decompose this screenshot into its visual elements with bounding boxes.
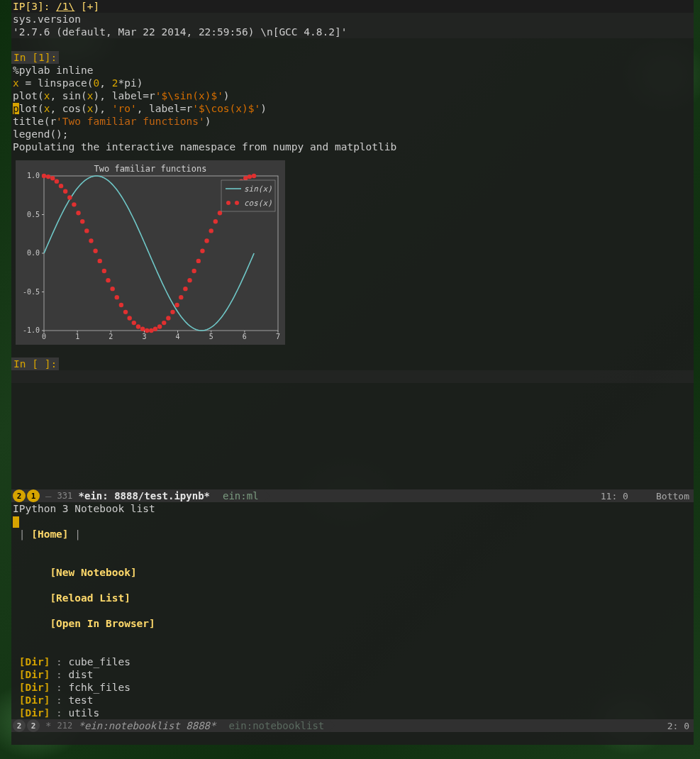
dir-name[interactable]: utils xyxy=(69,707,100,719)
buffer-name[interactable]: *ein:notebooklist 8888* xyxy=(79,720,216,731)
svg-point-40 xyxy=(102,269,106,273)
code-line[interactable]: plot(x, sin(x), label=r'$\sin(x)$') xyxy=(13,89,692,102)
code-line[interactable]: title(r'Two familiar functions') xyxy=(13,115,692,128)
svg-point-75 xyxy=(252,174,256,178)
svg-text:3: 3 xyxy=(142,333,146,340)
svg-point-63 xyxy=(200,249,204,253)
svg-text:-0.5: -0.5 xyxy=(23,288,40,296)
svg-text:6: 6 xyxy=(243,333,247,340)
window-badge: 1 xyxy=(27,489,40,502)
notebooklist-pane[interactable]: IPython 3 Notebook list | [Home] | [New … xyxy=(11,502,694,719)
svg-point-80 xyxy=(235,201,239,205)
dir-button[interactable]: [Dir] xyxy=(19,656,50,667)
svg-point-56 xyxy=(170,310,174,314)
svg-point-32 xyxy=(67,195,72,199)
tab-active[interactable]: /1\ xyxy=(56,1,74,12)
svg-point-60 xyxy=(187,278,191,282)
svg-point-36 xyxy=(84,228,89,233)
svg-point-58 xyxy=(179,295,183,299)
cursor-position: 11: 0 xyxy=(601,491,628,502)
output-line: sys.version xyxy=(13,13,692,26)
tab-add-button[interactable]: [+] xyxy=(81,1,99,12)
home-link[interactable]: [Home] xyxy=(31,528,68,540)
major-mode: ein:ml xyxy=(223,490,259,502)
svg-point-64 xyxy=(204,238,209,243)
cursor xyxy=(13,516,19,528)
svg-text:5: 5 xyxy=(209,333,213,340)
svg-text:0.0: 0.0 xyxy=(27,249,40,257)
ml-star: * xyxy=(45,720,51,731)
svg-point-34 xyxy=(76,211,80,215)
chevron-icon xyxy=(328,719,335,732)
svg-point-74 xyxy=(248,174,252,179)
svg-point-33 xyxy=(72,202,76,206)
svg-point-57 xyxy=(174,303,179,307)
svg-point-37 xyxy=(89,238,93,243)
dir-button[interactable]: [Dir] xyxy=(19,694,50,706)
cell-2-prompt[interactable]: In [ ]: xyxy=(11,358,59,370)
notebook-pane[interactable]: IP[3]: /1\ [+] sys.version '2.7.6 (defau… xyxy=(11,0,694,489)
svg-point-50 xyxy=(145,328,149,333)
svg-text:-1.0: -1.0 xyxy=(23,326,40,334)
svg-text:1: 1 xyxy=(75,333,79,340)
svg-point-43 xyxy=(115,295,119,299)
window-badge: 2 xyxy=(13,719,26,732)
svg-point-66 xyxy=(213,219,218,223)
tab-prefix: IP[3]: xyxy=(13,1,56,12)
tab-bar[interactable]: IP[3]: /1\ [+] xyxy=(11,0,694,13)
dir-button[interactable]: [Dir] xyxy=(19,707,50,719)
plot-legend: sin(x) cos(x) xyxy=(221,180,275,211)
svg-point-48 xyxy=(136,324,140,328)
svg-point-65 xyxy=(209,228,213,233)
cell-1-code[interactable]: %pylab inline x = linspace(0, 2*pi) plot… xyxy=(11,64,694,140)
modeline-bottom[interactable]: 2 2 * 212 *ein:notebooklist 8888* ein:no… xyxy=(11,719,694,732)
plot-title: Two familiar functions xyxy=(94,164,207,174)
dir-name[interactable]: dist xyxy=(69,669,94,680)
cursor-position: 2: 0 xyxy=(667,721,689,731)
svg-point-38 xyxy=(93,249,97,253)
svg-text:4: 4 xyxy=(176,333,180,340)
reload-list-button[interactable]: [Reload List] xyxy=(50,592,130,604)
svg-point-59 xyxy=(183,287,187,291)
new-notebook-button[interactable]: [New Notebook] xyxy=(50,567,136,578)
code-line[interactable]: plot(x, cos(x), 'ro', label=r'$\cos(x)$'… xyxy=(13,102,692,115)
cell-1-prompt: In [1]: xyxy=(11,51,59,64)
notebooklist-title: IPython 3 Notebook list xyxy=(13,502,692,515)
minibuffer[interactable] xyxy=(11,732,694,745)
buffer-name[interactable]: *ein: 8888/test.ipynb* xyxy=(79,490,210,502)
output-line: '2.7.6 (default, Mar 22 2014, 22:59:56) … xyxy=(13,26,692,38)
emacs-frame: IP[3]: /1\ [+] sys.version '2.7.6 (defau… xyxy=(11,0,694,745)
svg-point-49 xyxy=(140,327,145,331)
svg-point-30 xyxy=(59,184,63,188)
plot-svg: Two familiar functions -1.0-0.50.00.51.0… xyxy=(16,160,285,345)
dir-name[interactable]: test xyxy=(69,694,94,706)
svg-point-73 xyxy=(243,176,248,180)
svg-text:7: 7 xyxy=(276,333,280,340)
svg-point-45 xyxy=(123,310,128,314)
svg-point-31 xyxy=(63,189,67,194)
svg-point-39 xyxy=(98,259,102,263)
svg-point-55 xyxy=(166,316,170,320)
svg-point-47 xyxy=(132,321,136,325)
code-line[interactable]: x = linspace(0, 2*pi) xyxy=(13,77,692,89)
dir-name[interactable]: fchk_files xyxy=(69,682,130,693)
cell-2-body[interactable] xyxy=(11,370,694,383)
svg-point-35 xyxy=(80,219,84,223)
dir-button[interactable]: [Dir] xyxy=(19,682,50,693)
code-line[interactable]: %pylab inline xyxy=(13,64,692,77)
open-in-browser-button[interactable]: [Open In Browser] xyxy=(50,618,155,629)
matplotlib-plot: Two familiar functions -1.0-0.50.00.51.0… xyxy=(16,160,285,345)
svg-point-41 xyxy=(106,278,110,282)
dir-button[interactable]: [Dir] xyxy=(19,669,50,680)
svg-text:0: 0 xyxy=(42,333,46,340)
dir-name[interactable]: cube_files xyxy=(69,656,130,667)
svg-point-62 xyxy=(196,259,201,263)
chevron-icon xyxy=(263,489,270,502)
svg-point-79 xyxy=(226,201,230,205)
code-line[interactable]: legend(); xyxy=(13,128,692,140)
modeline-top[interactable]: 2 1 — 331 *ein: 8888/test.ipynb* ein:ml … xyxy=(11,489,694,502)
svg-point-52 xyxy=(153,327,157,331)
cursor: p xyxy=(13,103,19,114)
svg-point-61 xyxy=(191,269,196,273)
svg-point-26 xyxy=(42,174,46,178)
